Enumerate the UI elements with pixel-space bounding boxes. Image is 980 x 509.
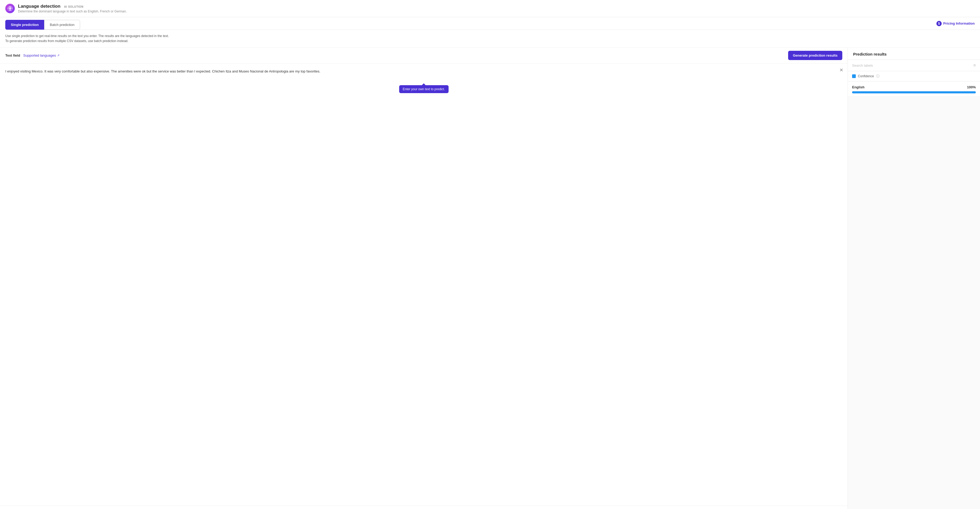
confidence-row: Confidence ⓘ <box>848 71 980 81</box>
confidence-label: Confidence <box>858 74 874 78</box>
header-title-block: Language detection AI SOLUTION Determine… <box>18 4 127 13</box>
text-field-label: Text field <box>5 53 20 57</box>
supported-languages-link[interactable]: Supported languages ↗ <box>23 53 59 57</box>
prediction-results-title: Prediction results <box>848 48 980 60</box>
pricing-icon: $ <box>936 21 942 26</box>
result-header: English 100% <box>852 85 976 89</box>
search-labels-input[interactable] <box>852 64 971 67</box>
app-badge: AI SOLUTION <box>64 5 83 8</box>
tooltip-container: Enter your own text to predict. <box>399 85 449 93</box>
left-toolbar: Text field Supported languages ↗ Generat… <box>0 48 848 64</box>
app-description: Determine the dominant language in text … <box>18 10 127 13</box>
left-footer: 206 out of 100,000 characters used. <box>0 506 848 509</box>
tab-single-prediction[interactable]: Single prediction <box>5 20 44 30</box>
right-panel: Prediction results ≡ Confidence ⓘ Englis… <box>848 48 980 509</box>
result-bar-fill <box>852 91 976 93</box>
app-logo <box>5 4 15 13</box>
tab-batch-prediction[interactable]: Batch prediction <box>44 20 80 30</box>
tabs-row: Single prediction Batch prediction $ Pri… <box>0 17 980 30</box>
result-item: English 100% <box>848 81 980 96</box>
app-title: Language detection <box>18 4 60 9</box>
left-panel: Text field Supported languages ↗ Generat… <box>0 48 848 509</box>
generate-prediction-button[interactable]: Generate prediction results <box>788 51 842 60</box>
supported-languages-label: Supported languages <box>23 53 56 57</box>
result-language: English <box>852 85 864 89</box>
text-content: I enjoyed visiting Mexico. It was very c… <box>5 69 842 74</box>
pricing-label: Pricing Information <box>943 21 975 26</box>
result-bar-track <box>852 91 976 93</box>
description-line1: Use single prediction to get real-time r… <box>5 34 975 38</box>
description-line2: To generate prediction results from mult… <box>5 38 975 44</box>
pricing-link[interactable]: $ Pricing Information <box>936 21 975 26</box>
description-area: Use single prediction to get real-time r… <box>0 30 980 48</box>
result-percentage: 100% <box>967 85 976 89</box>
search-row: ≡ <box>848 60 980 71</box>
toolbar-left: Text field Supported languages ↗ <box>5 53 59 57</box>
text-input-area[interactable]: I enjoyed visiting Mexico. It was very c… <box>0 64 848 506</box>
confidence-color-swatch <box>852 74 856 78</box>
tab-group: Single prediction Batch prediction <box>5 20 80 30</box>
header: Language detection AI SOLUTION Determine… <box>0 0 980 17</box>
tooltip-box: Enter your own text to predict. <box>399 85 449 93</box>
confidence-info-icon[interactable]: ⓘ <box>876 74 880 78</box>
filter-icon[interactable]: ≡ <box>974 63 976 68</box>
clear-button[interactable]: ✕ <box>839 68 843 72</box>
main-layout: Text field Supported languages ↗ Generat… <box>0 48 980 509</box>
external-link-icon: ↗ <box>57 54 59 57</box>
